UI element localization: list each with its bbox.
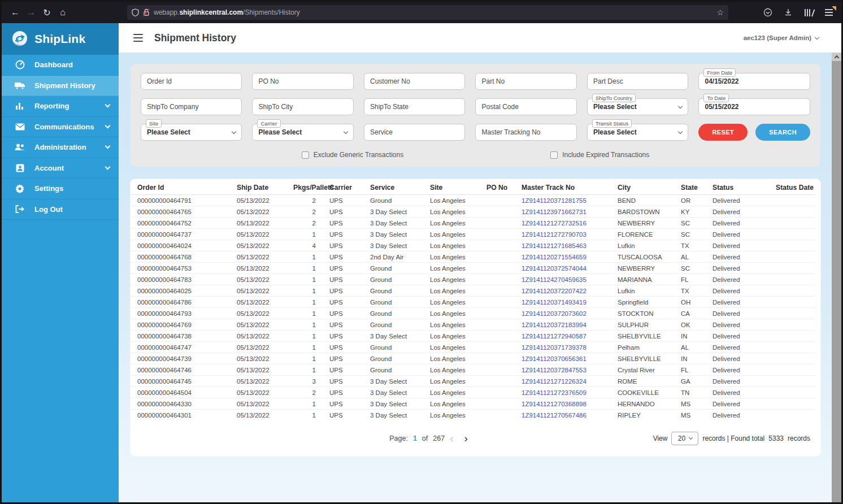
library-icon[interactable]: [802, 6, 815, 19]
cell-status: Delivered: [706, 251, 769, 263]
cell-master_track_no: 1Z9141120372574044: [515, 263, 611, 274]
tracking-number-link[interactable]: 1Z9141120372574044: [522, 265, 586, 272]
sidebar-item-reporting[interactable]: Reporting: [2, 96, 119, 117]
cell-ship_date: 05/13/2022: [230, 274, 286, 285]
scrollbar-thumb[interactable]: [832, 61, 841, 502]
tracking-number-link[interactable]: 1Z9141120371281755: [522, 197, 586, 204]
sidebar-item-logout[interactable]: Log Out: [2, 199, 119, 220]
logo[interactable]: ShipLink: [2, 23, 119, 55]
tracking-number-link[interactable]: 1Z9141120372847553: [522, 367, 586, 373]
cell-service: 3 Day Select: [363, 331, 423, 342]
reload-icon[interactable]: ↻: [39, 5, 55, 20]
cell-service: Ground: [363, 308, 423, 319]
next-page-icon[interactable]: ›: [464, 433, 467, 444]
tracking-number-link[interactable]: 1Z9141121272790703: [522, 231, 586, 238]
tracking-number-link[interactable]: 1Z9141124270459635: [522, 276, 586, 283]
cell-po_no: [480, 285, 515, 297]
cell-site: Los Angeles: [423, 410, 480, 421]
sidebar-toggle-icon[interactable]: [133, 34, 143, 42]
tracking-number-link[interactable]: 1Z9141121271685463: [522, 242, 586, 249]
cell-ship_date: 05/13/2022: [230, 410, 286, 421]
chevron-down-icon: [105, 164, 111, 170]
order-id-input[interactable]: [141, 73, 242, 90]
cell-status: Delivered: [706, 364, 769, 376]
tracking-number-link[interactable]: 1Z9141120372073602: [522, 310, 586, 317]
tracking-number-link[interactable]: 1Z9141121270368898: [522, 401, 586, 407]
prev-page-icon[interactable]: ‹: [450, 433, 453, 444]
cell-state: AL: [674, 342, 706, 353]
tracking-number-link[interactable]: 1Z9141120372183994: [522, 321, 586, 328]
cell-po_no: [480, 387, 515, 398]
chevron-down-icon: [678, 129, 683, 133]
cell-state: MS: [674, 398, 706, 410]
bookmark-star-icon[interactable]: ☆: [716, 8, 724, 17]
scroll-up-icon[interactable]: [832, 53, 841, 61]
part-desc-input[interactable]: [587, 73, 689, 90]
tracking-number-link[interactable]: 1Z9141120371493419: [522, 299, 586, 306]
master-tracking-no-input[interactable]: [475, 124, 576, 141]
column-header-state: State: [674, 180, 706, 195]
cell-order_id: 000000000464793: [131, 308, 230, 319]
sidebar-item-administration[interactable]: Administration: [2, 137, 119, 158]
menu-icon[interactable]: [822, 6, 836, 19]
download-icon[interactable]: [781, 6, 795, 19]
postal-code-input[interactable]: [475, 98, 576, 115]
tracking-number-link[interactable]: 1Z9141120271554659: [522, 254, 586, 260]
service-input[interactable]: [364, 124, 466, 141]
cell-state: OR: [674, 195, 706, 206]
forward-icon[interactable]: →: [23, 5, 39, 20]
user-menu[interactable]: aec123 (Super Admin): [744, 34, 819, 41]
tracking-number-link[interactable]: 1Z9141120371739378: [522, 344, 586, 351]
cell-ship_date: 05/13/2022: [230, 297, 286, 308]
tracking-number-link[interactable]: 1Z9141121270567486: [522, 412, 586, 419]
sidebar-item-dashboard[interactable]: Dashboard: [2, 55, 119, 76]
cell-pkgs_pallets: 2: [286, 387, 323, 398]
column-header-order_id: Order Id: [131, 180, 230, 195]
sidebar-item-communications[interactable]: Communications: [2, 117, 119, 138]
lock-disabled-icon[interactable]: [143, 8, 150, 16]
cell-status: Delivered: [706, 206, 769, 218]
sidebar-item-shipment-history[interactable]: Shipment History: [2, 76, 119, 97]
cell-state: OK: [674, 319, 706, 331]
part-no-input[interactable]: [475, 73, 576, 90]
cell-master_track_no: 1Z9141121272376509: [515, 387, 611, 398]
table-row: 00000000046473805/13/20221UPS3 Day Selec…: [131, 331, 815, 342]
tracking-number-link[interactable]: 1Z9141123971662731: [522, 208, 586, 215]
include-expired-checkbox[interactable]: [550, 151, 558, 159]
search-button[interactable]: SEARCH: [755, 124, 810, 141]
po-no-input[interactable]: [252, 73, 353, 90]
cell-order_id: 000000000464747: [131, 342, 230, 353]
tracking-number-link[interactable]: 1Z9141120372207422: [522, 288, 586, 294]
cell-service: Ground: [363, 364, 423, 376]
cell-state: TX: [674, 285, 706, 297]
home-icon[interactable]: ⌂: [55, 5, 71, 20]
tracking-number-link[interactable]: 1Z9141121272376509: [522, 389, 586, 396]
sidebar-item-account[interactable]: Account: [2, 158, 119, 179]
cell-carrier: UPS: [323, 376, 363, 387]
shipto-state-input[interactable]: [364, 98, 466, 115]
page-size-select[interactable]: 20: [671, 432, 698, 445]
shipto-company-input[interactable]: [141, 98, 242, 115]
pocket-icon[interactable]: [761, 6, 775, 19]
cell-status_date: [769, 331, 815, 342]
tracking-number-link[interactable]: 1Z9141121272732516: [522, 220, 586, 227]
address-bar[interactable]: webapp.shiplinkcentral.com/Shipments/His…: [127, 5, 728, 20]
tracking-number-link[interactable]: 1Z9141121272940587: [522, 333, 586, 340]
tracking-number-link[interactable]: 1Z9141120370656361: [522, 355, 586, 362]
cell-carrier: UPS: [323, 387, 363, 398]
sidebar-item-settings[interactable]: Settings: [2, 179, 119, 199]
reset-button[interactable]: RESET: [698, 124, 748, 141]
exclude-generic-checkbox[interactable]: [302, 151, 309, 159]
shield-icon[interactable]: [132, 8, 139, 16]
cell-order_id: 000000000464024: [131, 240, 230, 251]
cell-status_date: [769, 195, 815, 206]
vertical-scrollbar[interactable]: [832, 53, 841, 502]
cell-po_no: [480, 342, 515, 353]
shipto-city-input[interactable]: [252, 98, 353, 115]
cell-status: Delivered: [706, 229, 769, 240]
tracking-number-link[interactable]: 1Z9141121271226324: [522, 378, 586, 385]
cell-site: Los Angeles: [423, 331, 480, 342]
cell-po_no: [480, 398, 515, 410]
customer-no-input[interactable]: [364, 73, 466, 90]
back-icon[interactable]: ←: [7, 5, 23, 20]
